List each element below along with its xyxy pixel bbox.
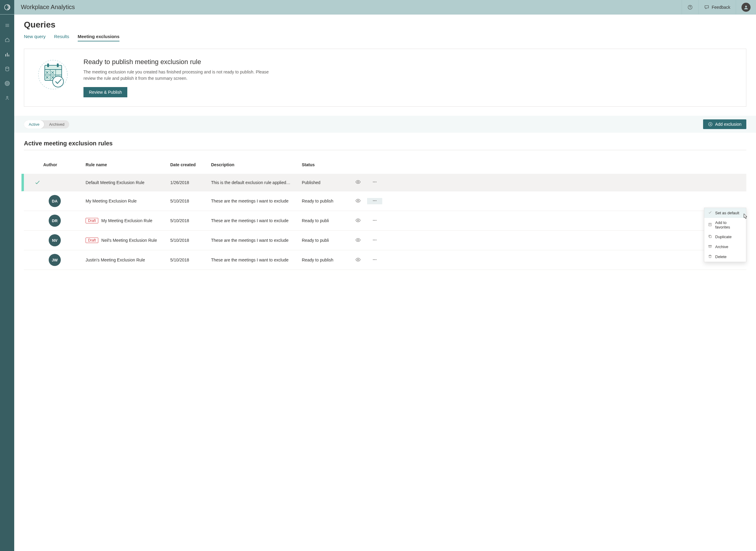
menu-item-set-as-default[interactable]: Set as default (704, 208, 746, 218)
svg-point-3 (745, 5, 747, 7)
cell-rule-name: Justin's Meeting Exclusion Rule (84, 254, 169, 266)
author-avatar: DR (49, 214, 61, 227)
filter-pill-group: ActiveArchived (24, 120, 69, 128)
tab-new-query[interactable]: New query (24, 34, 46, 41)
sidebar-explore[interactable] (0, 77, 14, 90)
more-actions-button[interactable] (367, 179, 382, 185)
sidebar-plans[interactable] (0, 91, 14, 105)
help-button[interactable] (682, 0, 698, 14)
svg-point-35 (357, 239, 359, 240)
more-actions-button[interactable] (367, 237, 382, 243)
view-button[interactable] (349, 179, 367, 185)
sidebar-home[interactable] (0, 33, 14, 47)
svg-point-38 (376, 239, 376, 240)
calendar-check-icon (36, 58, 69, 91)
cell-status: Ready to publi (301, 214, 349, 227)
eye-icon (355, 198, 361, 204)
table-header: Author Rule name Date created Descriptio… (24, 153, 746, 174)
context-menu: Set as defaultAdd to favoritesDuplicateA… (704, 208, 746, 262)
svg-rect-15 (47, 63, 49, 67)
more-actions-button[interactable] (367, 257, 382, 263)
view-button[interactable] (349, 198, 367, 204)
svg-point-39 (357, 259, 359, 260)
sidebar-analyze[interactable] (0, 48, 14, 61)
draft-badge: Draft (86, 237, 98, 243)
feedback-button[interactable]: Feedback (698, 0, 736, 14)
cell-description: This is the default exclusion rule appli… (210, 176, 301, 188)
view-button[interactable] (349, 237, 367, 243)
eye-icon (355, 217, 361, 224)
cell-description: These are the meetings I want to exclude (210, 254, 301, 266)
svg-rect-16 (57, 63, 59, 67)
table-row[interactable]: DRDraftMy Meeting Exclusion Rule5/10/201… (24, 211, 746, 230)
svg-point-42 (376, 259, 376, 259)
table-row[interactable]: JWJustin's Meeting Exclusion Rule5/10/20… (24, 250, 746, 270)
profile-button[interactable] (736, 0, 756, 14)
table-row[interactable]: DAMy Meeting Exclusion Rule5/10/2018Thes… (24, 191, 746, 211)
app-logo[interactable] (0, 0, 14, 14)
svg-point-21 (374, 182, 375, 182)
cell-author: JW (42, 250, 84, 269)
sidebar-hamburger[interactable] (0, 19, 14, 32)
add-exclusion-button[interactable]: Add exclusion (703, 119, 746, 129)
svg-point-40 (373, 259, 373, 259)
rule-name-text: My Meeting Exclusion Rule (101, 218, 152, 223)
feedback-icon (704, 5, 709, 10)
cell-date: 5/10/2018 (169, 195, 210, 207)
menu-item-archive[interactable]: Archive (704, 242, 746, 252)
sidebar (0, 14, 14, 551)
eye-icon (355, 237, 361, 243)
cell-date: 5/10/2018 (169, 254, 210, 266)
author-avatar: DA (49, 195, 61, 207)
home-icon (5, 37, 10, 43)
svg-rect-28 (709, 236, 711, 238)
view-button[interactable] (349, 257, 367, 263)
cell-description: These are the meetings I want to exclude (210, 214, 301, 227)
svg-point-25 (374, 200, 375, 201)
filter-pill-archived[interactable]: Archived (44, 120, 69, 128)
bar-chart-icon (5, 52, 10, 57)
more-actions-button[interactable] (367, 198, 382, 204)
person-icon (743, 5, 749, 10)
cell-date: 1/26/2018 (169, 176, 210, 188)
sidebar-data[interactable] (0, 62, 14, 76)
app-header: Workplace Analytics Feedback (0, 0, 756, 14)
svg-point-34 (376, 220, 376, 220)
table-row[interactable]: Default Meeting Exclusion Rule1/26/2018T… (21, 174, 746, 191)
cell-author: DR (42, 211, 84, 230)
more-actions-button[interactable] (367, 217, 382, 224)
svg-point-20 (373, 182, 373, 182)
svg-point-6 (5, 82, 9, 85)
more-icon (372, 198, 377, 204)
add-exclusion-label: Add exclusion (715, 122, 741, 127)
col-date: Date created (169, 159, 210, 171)
cell-status: Published (301, 176, 349, 188)
header-right: Feedback (682, 0, 756, 14)
cell-status: Ready to publish (301, 195, 349, 207)
tab-results[interactable]: Results (54, 34, 69, 41)
archive-icon (708, 244, 712, 249)
cell-author (42, 179, 84, 186)
svg-point-23 (357, 200, 359, 201)
eye-icon (355, 257, 361, 263)
favorite-icon (708, 222, 712, 227)
more-icon (372, 237, 377, 243)
svg-point-22 (376, 182, 376, 182)
author-avatar: JW (49, 254, 61, 266)
svg-point-4 (5, 67, 9, 68)
menu-item-delete[interactable]: Delete (704, 252, 746, 262)
menu-item-add-to-favorites[interactable]: Add to favorites (704, 218, 746, 232)
svg-point-33 (374, 220, 375, 220)
rule-name-text: Default Meeting Exclusion Rule (86, 180, 144, 185)
table-row[interactable]: NVDraftNeil's Meeting Exclusion Rule5/10… (24, 230, 746, 250)
filter-pill-active[interactable]: Active (24, 120, 44, 128)
cell-date: 5/10/2018 (169, 234, 210, 246)
feedback-label: Feedback (712, 5, 730, 10)
section-title: Active meeting exclusion rules (24, 140, 746, 150)
author-avatar: NV (49, 234, 61, 246)
hamburger-icon (5, 23, 10, 28)
view-button[interactable] (349, 217, 367, 224)
review-publish-button[interactable]: Review & Publish (83, 87, 127, 97)
tab-meeting-exclusions[interactable]: Meeting exclusions (78, 34, 119, 41)
menu-item-duplicate[interactable]: Duplicate (704, 232, 746, 242)
